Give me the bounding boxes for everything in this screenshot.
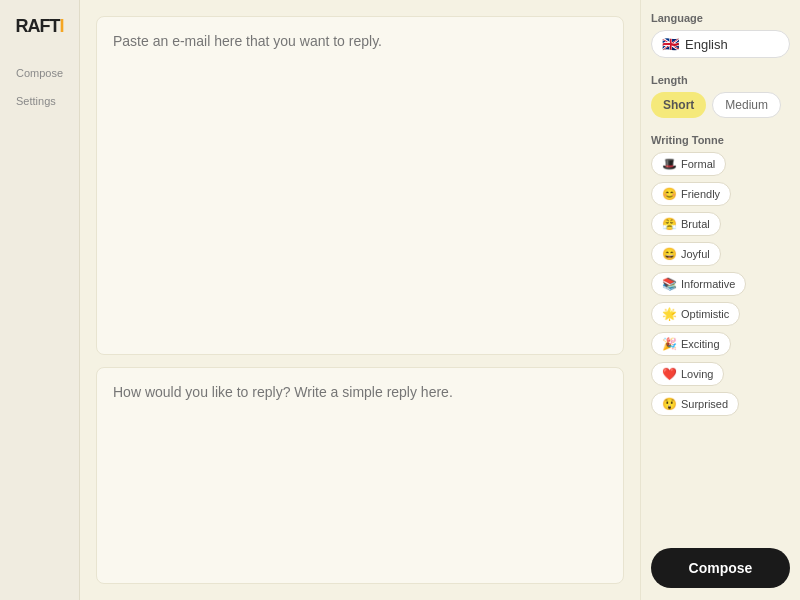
surprised-emoji: 😲	[662, 397, 677, 411]
tone-formal-button[interactable]: 🎩 Formal	[651, 152, 726, 176]
language-section: Language 🇬🇧 English	[651, 12, 790, 58]
optimistic-emoji: 🌟	[662, 307, 677, 321]
email-input-container	[96, 16, 624, 355]
reply-input-container	[96, 367, 624, 584]
length-section: Length Short Medium	[651, 74, 790, 118]
tone-informative-button[interactable]: 📚 Informative	[651, 272, 746, 296]
length-buttons: Short Medium	[651, 92, 790, 118]
surprised-label: Surprised	[681, 398, 728, 410]
tone-row-5: 😲 Surprised	[651, 392, 790, 416]
reply-input[interactable]	[113, 384, 607, 567]
tone-row-4: 🎉 Exciting ❤️ Loving	[651, 332, 790, 386]
friendly-label: Friendly	[681, 188, 720, 200]
exciting-emoji: 🎉	[662, 337, 677, 351]
sidebar-nav: Compose Settings	[0, 61, 79, 113]
tone-surprised-button[interactable]: 😲 Surprised	[651, 392, 739, 416]
optimistic-label: Optimistic	[681, 308, 729, 320]
tone-grid: 🎩 Formal 😊 Friendly 😤 Brutal 😄 Joyful	[651, 152, 790, 416]
language-label: Language	[651, 12, 790, 24]
loving-emoji: ❤️	[662, 367, 677, 381]
tone-row-1: 🎩 Formal 😊 Friendly	[651, 152, 790, 206]
language-selector[interactable]: 🇬🇧 English	[651, 30, 790, 58]
app-logo: RAFTI	[7, 16, 71, 37]
email-input[interactable]	[113, 33, 607, 338]
compose-button[interactable]: Compose	[651, 548, 790, 588]
sidebar: RAFTI Compose Settings	[0, 0, 80, 600]
language-value: English	[685, 37, 728, 52]
logo-accent: I	[59, 16, 63, 36]
informative-label: Informative	[681, 278, 735, 290]
length-short-button[interactable]: Short	[651, 92, 706, 118]
exciting-label: Exciting	[681, 338, 720, 350]
writing-tonne-label: Writing Tonne	[651, 134, 790, 146]
tone-row-2: 😤 Brutal 😄 Joyful	[651, 212, 790, 266]
sidebar-item-settings[interactable]: Settings	[8, 89, 71, 113]
tone-friendly-button[interactable]: 😊 Friendly	[651, 182, 731, 206]
tone-exciting-button[interactable]: 🎉 Exciting	[651, 332, 731, 356]
tone-joyful-button[interactable]: 😄 Joyful	[651, 242, 721, 266]
tone-brutal-button[interactable]: 😤 Brutal	[651, 212, 721, 236]
joyful-emoji: 😄	[662, 247, 677, 261]
brutal-label: Brutal	[681, 218, 710, 230]
tone-row-3: 📚 Informative 🌟 Optimistic	[651, 272, 790, 326]
right-panel: Language 🇬🇧 English Length Short Medium …	[640, 0, 800, 600]
flag-icon: 🇬🇧	[662, 36, 679, 52]
sidebar-item-compose[interactable]: Compose	[8, 61, 71, 85]
friendly-emoji: 😊	[662, 187, 677, 201]
writing-tonne-section: Writing Tonne 🎩 Formal 😊 Friendly 😤 Brut…	[651, 134, 790, 416]
joyful-label: Joyful	[681, 248, 710, 260]
tone-loving-button[interactable]: ❤️ Loving	[651, 362, 724, 386]
brutal-emoji: 😤	[662, 217, 677, 231]
main-content	[80, 0, 640, 600]
tone-optimistic-button[interactable]: 🌟 Optimistic	[651, 302, 740, 326]
formal-emoji: 🎩	[662, 157, 677, 171]
loving-label: Loving	[681, 368, 713, 380]
length-label: Length	[651, 74, 790, 86]
length-medium-button[interactable]: Medium	[712, 92, 781, 118]
informative-emoji: 📚	[662, 277, 677, 291]
formal-label: Formal	[681, 158, 715, 170]
